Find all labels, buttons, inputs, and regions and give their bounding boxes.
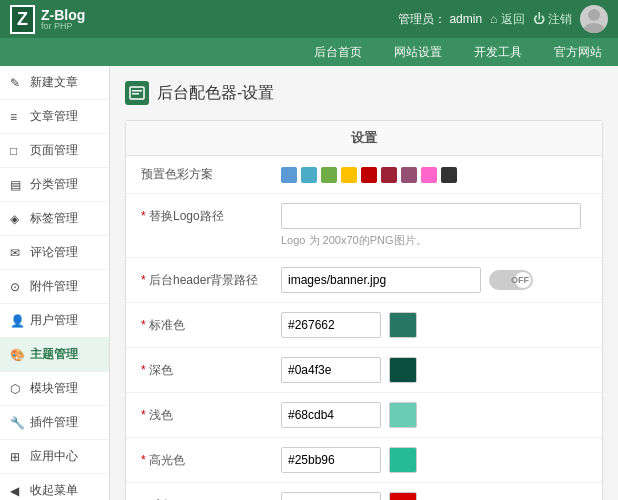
standard-color-input[interactable] xyxy=(281,312,381,338)
app-center-icon: ⊞ xyxy=(10,450,24,464)
header: Z Z-Blog for PHP 管理员： admin ⌂ 返回 ⏻ 注销 xyxy=(0,0,618,38)
sidebar-item-modules[interactable]: ⬡ 模块管理 xyxy=(0,372,109,406)
header-bg-toggle[interactable]: OFF xyxy=(489,270,533,290)
swatch-green[interactable] xyxy=(321,167,337,183)
inverse-color-swatch[interactable] xyxy=(389,492,417,500)
logo-text-area: Z-Blog for PHP xyxy=(41,7,85,31)
tab-official-site[interactable]: 官方网站 xyxy=(538,38,618,66)
sidebar-label-themes: 主题管理 xyxy=(30,346,78,363)
sidebar-item-app-center[interactable]: ⊞ 应用中心 xyxy=(0,440,109,474)
value-header-bg: OFF xyxy=(281,267,587,293)
swatch-pink[interactable] xyxy=(421,167,437,183)
sidebar-label-modules: 模块管理 xyxy=(30,380,78,397)
tab-site-settings[interactable]: 网站设置 xyxy=(378,38,458,66)
logo-path-hint: Logo 为 200x70的PNG图片。 xyxy=(141,233,427,248)
swatch-blue[interactable] xyxy=(281,167,297,183)
sidebar-label-categories: 分类管理 xyxy=(30,176,78,193)
swatch-darkred[interactable] xyxy=(381,167,397,183)
highlight-color-input[interactable] xyxy=(281,447,381,473)
standard-color-swatch[interactable] xyxy=(389,312,417,338)
sidebar-item-attachments[interactable]: ⊙ 附件管理 xyxy=(0,270,109,304)
plugins-icon: 🔧 xyxy=(10,416,24,430)
tab-dev-tools[interactable]: 开发工具 xyxy=(458,38,538,66)
sidebar-label-articles: 文章管理 xyxy=(30,108,78,125)
swatch-dark[interactable] xyxy=(441,167,457,183)
page-title-text: 后台配色器-设置 xyxy=(157,83,274,104)
sidebar-item-plugins[interactable]: 🔧 插件管理 xyxy=(0,406,109,440)
logout-link[interactable]: ⏻ 注销 xyxy=(533,11,572,28)
swatch-teal[interactable] xyxy=(301,167,317,183)
swatch-yellow[interactable] xyxy=(341,167,357,183)
label-presets: 预置色彩方案 xyxy=(141,166,281,183)
attachments-icon: ⊙ xyxy=(10,280,24,294)
label-light-color: 浅色 xyxy=(141,407,281,424)
color-swatches xyxy=(281,167,457,183)
sidebar: ✎ 新建文章 ≡ 文章管理 □ 页面管理 ▤ 分类管理 ◈ 标签管理 ✉ 评论管… xyxy=(0,66,110,500)
pages-icon: □ xyxy=(10,144,24,158)
settings-header: 设置 xyxy=(126,121,602,156)
value-standard-color xyxy=(281,312,587,338)
value-logo-path xyxy=(281,203,587,229)
sidebar-item-articles[interactable]: ≡ 文章管理 xyxy=(0,100,109,134)
logo-path-input[interactable] xyxy=(281,203,581,229)
sidebar-label-users: 用户管理 xyxy=(30,312,78,329)
sidebar-item-new-post[interactable]: ✎ 新建文章 xyxy=(0,66,109,100)
sidebar-label-app-center: 应用中心 xyxy=(30,448,78,465)
sidebar-label-tags: 标签管理 xyxy=(30,210,78,227)
settings-container: 设置 预置色彩方案 xyxy=(125,120,603,500)
sidebar-label-comments: 评论管理 xyxy=(30,244,78,261)
sidebar-label-collapse: 收起菜单 xyxy=(30,482,78,499)
sidebar-item-themes[interactable]: 🎨 主题管理 xyxy=(0,338,109,372)
label-header-bg: 后台header背景路径 xyxy=(141,272,281,289)
back-link[interactable]: ⌂ 返回 xyxy=(490,11,525,28)
sidebar-item-collapse[interactable]: ◀ 收起菜单 xyxy=(0,474,109,500)
light-color-input[interactable] xyxy=(281,402,381,428)
content-area: 后台配色器-设置 设置 预置色彩方案 xyxy=(110,66,618,500)
sidebar-label-plugins: 插件管理 xyxy=(30,414,78,431)
row-highlight-color: 高光色 xyxy=(126,438,602,483)
dark-color-input[interactable] xyxy=(281,357,381,383)
dark-color-swatch[interactable] xyxy=(389,357,417,383)
light-color-swatch[interactable] xyxy=(389,402,417,428)
inverse-color-input[interactable] xyxy=(281,492,381,500)
value-inverse-color xyxy=(281,492,587,500)
highlight-color-swatch[interactable] xyxy=(389,447,417,473)
header-bg-input[interactable] xyxy=(281,267,481,293)
swatch-red[interactable] xyxy=(361,167,377,183)
articles-icon: ≡ xyxy=(10,110,24,124)
sidebar-label-attachments: 附件管理 xyxy=(30,278,78,295)
categories-icon: ▤ xyxy=(10,178,24,192)
row-light-color: 浅色 xyxy=(126,393,602,438)
logo-box: Z xyxy=(10,5,35,34)
swatch-brown[interactable] xyxy=(401,167,417,183)
value-highlight-color xyxy=(281,447,587,473)
row-logo-path: 替换Logo路径 Logo 为 200x70的PNG图片。 xyxy=(126,194,602,258)
collapse-icon: ◀ xyxy=(10,484,24,498)
sidebar-item-pages[interactable]: □ 页面管理 xyxy=(0,134,109,168)
sidebar-item-comments[interactable]: ✉ 评论管理 xyxy=(0,236,109,270)
tags-icon: ◈ xyxy=(10,212,24,226)
logo-area: Z Z-Blog for PHP xyxy=(10,5,85,34)
label-standard-color: 标准色 xyxy=(141,317,281,334)
username: admin xyxy=(449,12,482,26)
row-dark-color: 深色 xyxy=(126,348,602,393)
svg-point-0 xyxy=(588,9,600,21)
nav-tabs: 后台首页 网站设置 开发工具 官方网站 xyxy=(0,38,618,66)
value-light-color xyxy=(281,402,587,428)
row-standard-color: 标准色 xyxy=(126,303,602,348)
value-presets xyxy=(281,167,587,183)
users-icon: 👤 xyxy=(10,314,24,328)
svg-point-1 xyxy=(584,23,604,33)
sidebar-label-pages: 页面管理 xyxy=(30,142,78,159)
main-layout: ✎ 新建文章 ≡ 文章管理 □ 页面管理 ▤ 分类管理 ◈ 标签管理 ✉ 评论管… xyxy=(0,66,618,500)
sidebar-item-users[interactable]: 👤 用户管理 xyxy=(0,304,109,338)
value-dark-color xyxy=(281,357,587,383)
sidebar-item-categories[interactable]: ▤ 分类管理 xyxy=(0,168,109,202)
sidebar-item-tags[interactable]: ◈ 标签管理 xyxy=(0,202,109,236)
tab-dashboard[interactable]: 后台首页 xyxy=(298,38,378,66)
label-inverse-color: 反色 xyxy=(141,497,281,501)
row-presets: 预置色彩方案 xyxy=(126,156,602,194)
user-info: 管理员： admin xyxy=(398,11,482,28)
logo-z-letter: Z xyxy=(17,9,28,30)
row-header-bg: 后台header背景路径 OFF xyxy=(126,258,602,303)
